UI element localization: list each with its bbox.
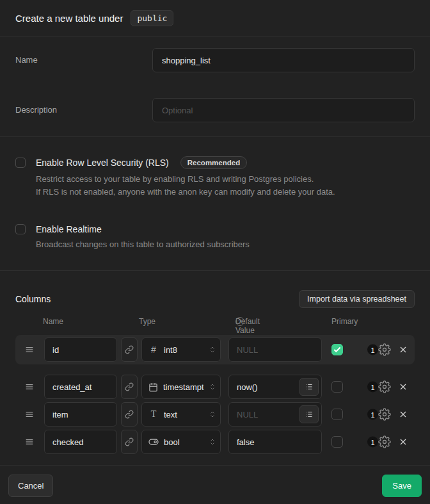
chevron-up-down-icon — [209, 438, 216, 446]
column-row-highlight: # int8 1 — [15, 335, 415, 364]
remove-column-button[interactable] — [398, 437, 408, 447]
foreign-key-icon[interactable] — [121, 430, 138, 454]
columns-table-header: Name Type Default Value ? Primary — [15, 317, 415, 327]
column-type-select[interactable]: # int8 — [141, 337, 221, 362]
column-row-created-at: timestamptz 1 — [15, 375, 415, 399]
column-name-input[interactable] — [44, 430, 117, 454]
chevron-up-down-icon — [209, 346, 216, 354]
remove-column-button[interactable] — [398, 345, 408, 355]
columns-title: Columns — [15, 294, 51, 304]
realtime-checkbox[interactable] — [15, 224, 26, 234]
remove-column-button[interactable] — [398, 382, 408, 392]
table-info-section: Name Description — [0, 37, 430, 136]
gear-icon — [378, 380, 391, 393]
dialog-header: Create a new table under public — [0, 0, 430, 36]
table-options-section: Enable Row Level Security (RLS) Recommen… — [0, 137, 430, 270]
default-suggestions-button[interactable] — [299, 378, 319, 396]
drag-handle-icon[interactable] — [24, 345, 35, 355]
header-primary: Primary — [331, 317, 358, 326]
header-name: Name — [43, 317, 63, 326]
dialog-title: Create a new table under — [15, 13, 123, 24]
settings-count-badge: 1 — [367, 345, 378, 355]
primary-key-checkbox[interactable] — [331, 381, 343, 393]
realtime-description: Broadcast changes on this table to autho… — [36, 238, 415, 251]
rls-description: Restrict access to your table by enablin… — [36, 173, 415, 199]
settings-count-badge: 1 — [367, 382, 378, 393]
column-name-input[interactable] — [44, 337, 117, 362]
rls-label: Enable Row Level Security (RLS) — [36, 158, 169, 168]
chevron-up-down-icon — [209, 411, 216, 418]
gear-icon — [378, 408, 391, 421]
cancel-button[interactable]: Cancel — [8, 475, 53, 497]
gear-icon — [378, 435, 391, 448]
close-icon — [398, 437, 408, 447]
table-description-input[interactable] — [152, 98, 415, 122]
column-type-select[interactable]: T text — [141, 402, 221, 427]
hash-icon: # — [148, 345, 159, 355]
import-spreadsheet-button[interactable]: Import data via spreadsheet — [299, 290, 415, 308]
primary-key-checkbox[interactable] — [331, 409, 343, 420]
column-default-input[interactable] — [228, 430, 322, 454]
settings-count-badge: 1 — [367, 437, 378, 448]
recommended-badge: Recommended — [180, 156, 247, 169]
save-button[interactable]: Save — [382, 475, 422, 497]
rls-checkbox[interactable] — [15, 158, 26, 168]
dialog-footer: Cancel Save — [0, 466, 430, 504]
close-icon — [398, 382, 408, 392]
name-label: Name — [15, 48, 152, 65]
calendar-icon — [148, 382, 158, 392]
column-row-id: # int8 1 — [15, 337, 415, 362]
column-row-checked: bool 1 — [15, 430, 415, 454]
schema-badge: public — [131, 10, 173, 26]
realtime-label: Enable Realtime — [36, 224, 102, 234]
list-icon — [305, 382, 314, 391]
close-icon — [398, 345, 408, 355]
header-type: Type — [139, 317, 155, 326]
column-settings-button[interactable]: 1 — [369, 343, 394, 356]
help-icon[interactable]: ? — [235, 317, 244, 326]
column-name-input[interactable] — [44, 402, 117, 427]
foreign-key-icon[interactable] — [121, 375, 138, 399]
column-name-input[interactable] — [44, 375, 117, 399]
column-settings-button[interactable]: 1 — [369, 408, 394, 421]
boolean-toggle-icon — [148, 437, 159, 447]
columns-section: Columns Import data via spreadsheet Name… — [0, 271, 430, 465]
table-name-input[interactable] — [152, 48, 415, 72]
create-table-dialog: Create a new table under public Name Des… — [0, 0, 430, 504]
column-type-select[interactable]: bool — [141, 430, 221, 454]
column-settings-button[interactable]: 1 — [369, 380, 394, 393]
foreign-key-icon[interactable] — [121, 337, 138, 362]
gear-icon — [378, 343, 391, 356]
foreign-key-icon[interactable] — [121, 402, 138, 427]
default-suggestions-button[interactable] — [299, 405, 319, 423]
remove-column-button[interactable] — [398, 409, 408, 419]
drag-handle-icon[interactable] — [24, 409, 35, 419]
chevron-up-down-icon — [209, 383, 216, 391]
drag-handle-icon[interactable] — [24, 382, 35, 392]
column-settings-button[interactable]: 1 — [369, 435, 394, 448]
column-type-select[interactable]: timestamptz — [141, 375, 221, 399]
primary-key-checkbox[interactable] — [331, 344, 343, 355]
column-row-item: T text 1 — [15, 402, 415, 427]
settings-count-badge: 1 — [367, 409, 378, 420]
text-type-icon: T — [148, 409, 159, 419]
primary-key-checkbox[interactable] — [331, 436, 343, 448]
description-label: Description — [15, 98, 152, 115]
drag-handle-icon[interactable] — [24, 437, 35, 447]
close-icon — [398, 409, 408, 419]
column-default-input — [228, 337, 322, 362]
list-icon — [305, 410, 314, 419]
